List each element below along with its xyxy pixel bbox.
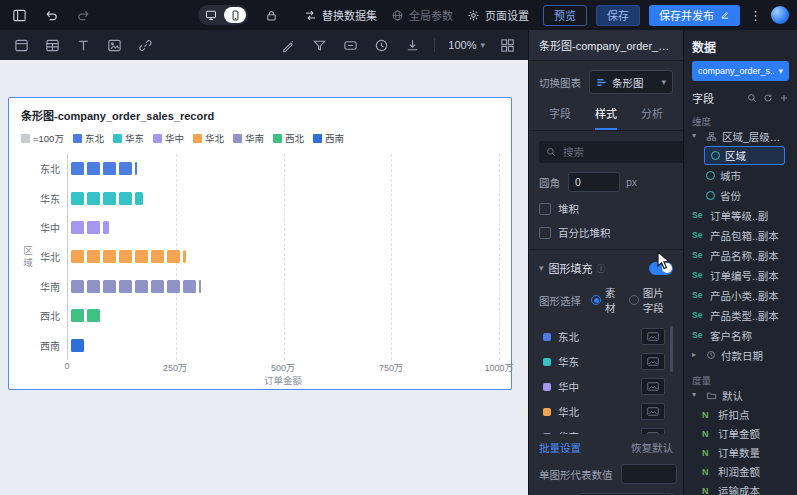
series-row[interactable]: 华南 — [539, 424, 665, 434]
fill-toggle[interactable] — [649, 262, 673, 275]
measure-group[interactable]: ▾ 默认 — [692, 385, 789, 405]
insert-image-icon[interactable] — [105, 36, 123, 54]
series-image-swatch[interactable] — [641, 428, 665, 434]
dataset-select[interactable]: company_order_s... ▾ — [692, 61, 789, 81]
dimension-field[interactable]: Se 客户名称 — [692, 325, 789, 345]
measure-field[interactable]: N 运输成本 — [702, 481, 789, 495]
legend-item[interactable]: 华中 — [153, 131, 184, 145]
dimension-field[interactable]: Se 产品名称..副本 — [692, 245, 789, 265]
style-search-input[interactable] — [561, 145, 683, 159]
style-search[interactable] — [539, 141, 683, 163]
ai-pen-icon[interactable] — [279, 36, 297, 54]
save-button[interactable]: 保存 — [596, 5, 640, 26]
more-menu-icon[interactable]: ⋮ — [749, 9, 762, 22]
unit-bar-row[interactable] — [68, 154, 499, 183]
panel-layout-icon[interactable] — [10, 6, 28, 24]
date-field[interactable]: ▸ 付款日期 — [692, 345, 789, 365]
legend-item[interactable]: =100万 — [21, 131, 64, 145]
series-row[interactable]: 东北 — [539, 324, 665, 349]
dimension-field[interactable]: 区域 — [704, 146, 785, 165]
plus-icon[interactable] — [779, 93, 789, 103]
insert-text-icon[interactable] — [74, 36, 92, 54]
series-image-swatch[interactable] — [641, 403, 665, 420]
measure-field[interactable]: N 利润金额 — [702, 462, 789, 481]
zoom-select[interactable]: 100% ▾ — [448, 39, 485, 51]
unit-square — [87, 221, 100, 234]
chart-card[interactable]: 条形图-company_order_sales_record =100万 东北 — [8, 97, 512, 390]
reset-default-link[interactable]: 恢复默认 — [631, 440, 673, 455]
lock-icon[interactable] — [262, 6, 280, 24]
search-icon[interactable] — [747, 93, 757, 103]
measure-field[interactable]: N 订单金额 — [702, 424, 789, 443]
unit-bar-row[interactable] — [68, 301, 499, 330]
redo-icon[interactable] — [74, 6, 92, 24]
stack-checkbox[interactable] — [539, 203, 551, 215]
unit-bar-row[interactable] — [68, 331, 499, 360]
style-panel-tab[interactable]: 样式 — [595, 105, 617, 130]
percent-stack-checkbox[interactable] — [539, 227, 551, 239]
hierarchy-item[interactable]: ▾ 区域_层级结构 — [692, 126, 789, 146]
legend-item[interactable]: 西南 — [313, 131, 344, 145]
preview-button[interactable]: 预览 — [543, 5, 587, 26]
radio-icon — [629, 295, 639, 305]
avatar[interactable] — [771, 6, 789, 24]
unit-value-input[interactable] — [621, 464, 677, 484]
unit-bar-row[interactable] — [68, 272, 499, 301]
unit-square — [103, 280, 116, 293]
device-mode-toggle[interactable] — [198, 5, 248, 25]
measure-field[interactable]: N 折扣点 — [702, 405, 789, 424]
widget-button-icon[interactable] — [341, 36, 359, 54]
canvas[interactable]: 条形图-company_order_sales_record =100万 东北 — [0, 60, 528, 495]
desktop-mode-icon[interactable] — [200, 7, 222, 23]
refresh-icon[interactable] — [763, 93, 773, 103]
shape-option[interactable]: 图片字段 — [629, 285, 673, 315]
legend-item[interactable]: 华东 — [113, 131, 144, 145]
shape-option[interactable]: 素材 — [591, 285, 619, 315]
insert-table-icon[interactable] — [43, 36, 61, 54]
dimension-field[interactable]: Se 产品类型..副本 — [692, 305, 789, 325]
dimension-field[interactable]: 城市 — [704, 165, 789, 185]
batch-set-link[interactable]: 批量设置 — [539, 440, 581, 455]
style-panel-tab[interactable]: 分析 — [641, 105, 663, 130]
legend-item[interactable]: 华北 — [193, 131, 224, 145]
measure-field[interactable]: N 订单数量 — [702, 443, 789, 462]
unit-bar-row[interactable] — [68, 183, 499, 212]
dimension-field[interactable]: Se 订单等级..副 — [692, 205, 789, 225]
insert-link-icon[interactable] — [136, 36, 154, 54]
legend-item[interactable]: 东北 — [73, 131, 104, 145]
dimension-field[interactable]: 省份 — [704, 185, 789, 205]
menu-page-settings[interactable]: 页面设置 — [467, 7, 529, 23]
series-image-swatch[interactable] — [641, 378, 665, 395]
save-publish-button[interactable]: 保存并发布 — [649, 5, 740, 26]
legend-label: 华东 — [125, 131, 144, 145]
series-image-swatch[interactable] — [641, 353, 665, 370]
menu-replace-dataset[interactable]: 替换数据集 — [304, 7, 377, 23]
grid-layout-icon[interactable] — [498, 36, 516, 54]
style-panel-tab[interactable]: 字段 — [549, 105, 571, 130]
series-row[interactable]: 华中 — [539, 374, 665, 399]
legend-item[interactable]: 华南 — [233, 131, 264, 145]
filter-icon[interactable] — [310, 36, 328, 54]
series-image-swatch[interactable] — [641, 328, 665, 345]
export-icon[interactable] — [403, 36, 421, 54]
corner-radius-input[interactable] — [568, 172, 620, 192]
series-row[interactable]: 华北 — [539, 399, 665, 424]
unit-bar-row[interactable] — [68, 213, 499, 242]
menu-global-params[interactable]: 全局参数 — [391, 7, 453, 23]
plot-area[interactable] — [67, 154, 499, 360]
clock-icon[interactable] — [372, 36, 390, 54]
dimension-field[interactable]: Se 产品小类..副本 — [692, 285, 789, 305]
component-toolbar: 100% ▾ — [0, 30, 528, 60]
series-color-dot — [543, 383, 551, 391]
series-row[interactable]: 华东 — [539, 349, 665, 374]
chart-type-select[interactable]: 条形图 ▾ — [589, 70, 673, 94]
mobile-mode-icon[interactable] — [224, 7, 246, 23]
unit-bar-row[interactable] — [68, 242, 499, 271]
legend-item[interactable]: 西北 — [273, 131, 304, 145]
series-scrollbar[interactable] — [670, 326, 673, 372]
dimension-field[interactable]: Se 订单编号..副本 — [692, 265, 789, 285]
dimension-field[interactable]: Se 产品包箱..副本 — [692, 225, 789, 245]
insert-card-icon[interactable] — [12, 36, 30, 54]
fill-section-header[interactable]: ▾ 图形填充 ⓘ — [539, 260, 673, 276]
undo-icon[interactable] — [42, 6, 60, 24]
